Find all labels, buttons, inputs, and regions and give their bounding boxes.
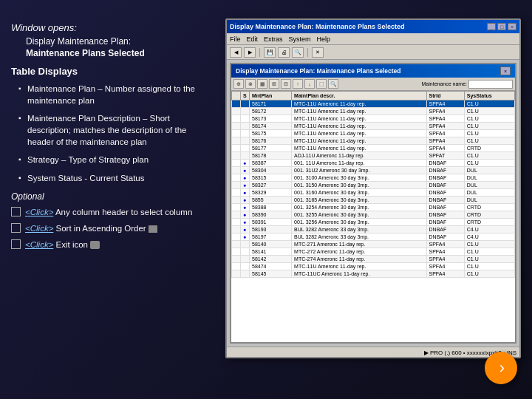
table-cell-16-5: CRTD bbox=[464, 219, 514, 226]
sap-inner-window: Display Maintenance Plan: Maintenance Pl… bbox=[230, 63, 516, 344]
sap-menu-edit[interactable]: Edit bbox=[247, 35, 259, 43]
table-cell-0-4: SPFA4 bbox=[426, 100, 464, 108]
table-cell-4-2: 58175 bbox=[250, 130, 292, 137]
table-row[interactable]: 58172MTC-11U Ameronc 11-day rep.SPFA4C1.… bbox=[232, 108, 515, 115]
table-row[interactable]: ●58387001. 11U Ameronc 11-day rep.DNBAFC… bbox=[232, 160, 515, 167]
table-row[interactable]: 58175MTC-11U Ameronc 11-day rep.SPFA4C1.… bbox=[232, 130, 515, 137]
sap-close-btn[interactable]: × bbox=[508, 23, 516, 30]
inner-toolbar-btn-7[interactable]: ↓ bbox=[304, 79, 315, 89]
sap-table-container[interactable]: S MntPlan MaintPlan descr. StrId SysStat… bbox=[231, 91, 515, 342]
table-cell-7-5: C1.U bbox=[464, 152, 514, 160]
table-cell-19-2: 58140 bbox=[250, 241, 292, 248]
table-cell-17-0 bbox=[232, 226, 241, 233]
table-cell-21-2: 58142 bbox=[250, 256, 292, 263]
table-row[interactable]: 58176MTC-11U Ameronc 11-day rep.SPFA4C1.… bbox=[232, 137, 515, 145]
table-cell-17-5: C4.U bbox=[464, 226, 514, 233]
table-row[interactable]: 58141MTC-272 Ameronc 11-day rep.SPFA4C1.… bbox=[232, 248, 515, 256]
bullet-item-4: System Status - Current Status bbox=[18, 172, 211, 184]
checkbox-1[interactable] bbox=[11, 207, 21, 216]
col-header-strid[interactable]: StrId bbox=[426, 92, 464, 100]
table-cell-15-3: 001. 3255 Ameronc 30 day 3mp. bbox=[292, 211, 426, 219]
table-row[interactable]: 58140MTC-271 Ameronc 11-day rep.SPFA4C1.… bbox=[232, 241, 515, 248]
table-row[interactable]: ●5855001. 3165 Ameronc 30 day 3mp.DNBAFD… bbox=[232, 197, 515, 204]
toolbar-fwd-btn[interactable]: ▶ bbox=[244, 47, 256, 58]
table-cell-12-0 bbox=[232, 189, 241, 197]
checkbox-3[interactable] bbox=[11, 239, 21, 249]
checkbox-3-text: <Click> Exit icon bbox=[25, 239, 100, 250]
table-row[interactable]: ●58388001. 3254 Ameronc 30 day 3mp.DNBAF… bbox=[232, 204, 515, 211]
table-cell-10-2: 58315 bbox=[250, 174, 292, 182]
table-cell-18-0 bbox=[232, 233, 241, 241]
table-cell-11-3: 001. 3150 Ameronc 30 day 3mp. bbox=[292, 182, 426, 189]
table-row[interactable]: 58171MTC-11U Ameronc 11-day rep.SPFA4C1.… bbox=[232, 100, 515, 108]
inner-toolbar-btn-8[interactable]: ⬚ bbox=[316, 79, 327, 89]
table-cell-18-3: BUL 3282 Ameronc 33 day 3mp. bbox=[292, 233, 426, 241]
table-row[interactable]: ●58391001. 3256 Ameronc 30 day 3mp.DNBAF… bbox=[232, 219, 515, 226]
table-cell-14-3: 001. 3254 Ameronc 30 day 3mp. bbox=[292, 204, 426, 211]
table-row[interactable]: ●58193BUL 3282 Ameronc 33 day 3mp.DNBAFC… bbox=[232, 226, 515, 233]
table-cell-14-1: ● bbox=[241, 204, 250, 211]
table-cell-0-0 bbox=[232, 100, 241, 108]
table-row[interactable]: 58177MTC-11U Ameronc 11-day rep.SPFA4CRT… bbox=[232, 145, 515, 152]
inner-toolbar-btn-4[interactable]: ⊞ bbox=[269, 79, 279, 89]
table-row[interactable]: 58142MTC-274 Ameronc 11-day rep.SPFA4C1.… bbox=[232, 256, 515, 263]
table-cell-10-4: DNBAF bbox=[426, 174, 464, 182]
checkbox-2-text: <Click> Sort in Ascending Order bbox=[25, 222, 157, 234]
toolbar-find-btn[interactable]: 🔍 bbox=[292, 47, 304, 58]
col-header-s[interactable]: S bbox=[241, 92, 250, 100]
col-header-descr[interactable]: MaintPlan descr. bbox=[292, 92, 426, 100]
table-cell-11-0 bbox=[232, 182, 241, 189]
table-row[interactable]: ●58315001. 3100 Ameronc 30 day 3mp.DNBAF… bbox=[232, 174, 515, 182]
table-row[interactable]: 58174MTC-11U Ameronc 11-day rep.SPFA4C1.… bbox=[232, 123, 515, 130]
sap-menu-extras[interactable]: Extras bbox=[264, 35, 283, 43]
inner-toolbar-btn-6[interactable]: ↑ bbox=[293, 79, 303, 89]
table-cell-0-3: MTC-11U Ameronc 11-day rep. bbox=[292, 100, 426, 108]
table-row[interactable]: 58178ADJ-11U Ameronc 11-day rep.SPFATC1.… bbox=[232, 152, 515, 160]
table-cell-15-0 bbox=[232, 211, 241, 219]
table-cell-8-4: DNBAF bbox=[426, 160, 464, 167]
table-cell-2-3: MTC-11U Ameronc 11-day rep. bbox=[292, 115, 426, 123]
sap-minimize-btn[interactable]: _ bbox=[487, 23, 496, 30]
table-row[interactable]: ●58329001. 3160 Ameronc 30 day 3mp.DNBAF… bbox=[232, 189, 515, 197]
table-cell-16-4: DNBAF bbox=[426, 219, 464, 226]
col-header-sysstatus[interactable]: SysStatus bbox=[464, 92, 514, 100]
sap-menu-file[interactable]: File bbox=[230, 35, 241, 43]
table-cell-7-2: 58178 bbox=[250, 152, 292, 160]
table-cell-1-2: 58172 bbox=[250, 108, 292, 115]
table-row[interactable]: ●58327001. 3150 Ameronc 30 day 3mp.DNBAF… bbox=[232, 182, 515, 189]
checkbox-2[interactable] bbox=[11, 223, 21, 233]
inner-toolbar-btn-3[interactable]: ▦ bbox=[257, 79, 267, 89]
table-row[interactable]: ●58390001. 3255 Ameronc 30 day 3mp.DNBAF… bbox=[232, 211, 515, 219]
next-button[interactable]: › bbox=[485, 352, 517, 384]
inner-toolbar-btn-1[interactable]: ⊕ bbox=[233, 79, 244, 89]
sap-window[interactable]: Display Maintenance Plan: Maintenance Pl… bbox=[225, 18, 521, 358]
table-cell-9-5: DUL bbox=[464, 167, 514, 174]
inner-toolbar-btn-2[interactable]: ⊗ bbox=[245, 79, 256, 89]
col-header-sel[interactable] bbox=[232, 92, 241, 100]
table-row[interactable]: 58474MTC-11U Ameronc 11-day rep.SPFA4C1.… bbox=[232, 263, 515, 270]
table-row[interactable]: ●58197BUL 3282 Ameronc 33 day 3mp.DNBAFC… bbox=[232, 233, 515, 241]
table-cell-8-2: 58387 bbox=[250, 160, 292, 167]
sap-menu-system[interactable]: System bbox=[289, 35, 311, 43]
table-cell-2-0 bbox=[232, 115, 241, 123]
table-cell-10-5: DUL bbox=[464, 174, 514, 182]
inner-toolbar-btn-5[interactable]: ⊟ bbox=[281, 79, 291, 89]
table-row[interactable]: 58173MTC-11U Ameronc 11-day rep.SPFA4C1.… bbox=[232, 115, 515, 123]
toolbar-back-btn[interactable]: ◀ bbox=[230, 47, 242, 58]
sap-maximize-btn[interactable]: □ bbox=[497, 23, 506, 30]
toolbar-save-btn[interactable]: 💾 bbox=[264, 47, 276, 58]
toolbar-exit-btn[interactable]: ✕ bbox=[312, 47, 324, 58]
search-input[interactable] bbox=[468, 80, 513, 89]
sap-title-bar: Display Maintenance Plan: Maintenance Pl… bbox=[227, 20, 519, 33]
next-arrow-icon: › bbox=[499, 360, 505, 376]
table-cell-18-5: C4.U bbox=[464, 233, 514, 241]
inner-close-btn[interactable]: × bbox=[500, 66, 511, 75]
table-cell-3-1 bbox=[241, 123, 250, 130]
inner-toolbar-btn-9[interactable]: 🔍 bbox=[328, 79, 338, 89]
table-row[interactable]: ●58304001. 31U2 Ameronc 30 day 3mp.DNBAF… bbox=[232, 167, 515, 174]
table-row[interactable]: 58145MTC-11UC Ameronc 11-day rep.SPFA4C1… bbox=[232, 270, 515, 278]
toolbar-print-btn[interactable]: 🖨 bbox=[278, 47, 290, 58]
col-header-mntplan[interactable]: MntPlan bbox=[250, 92, 292, 100]
table-cell-4-3: MTC-11U Ameronc 11-day rep. bbox=[292, 130, 426, 137]
sap-menu-help[interactable]: Help bbox=[317, 35, 331, 43]
